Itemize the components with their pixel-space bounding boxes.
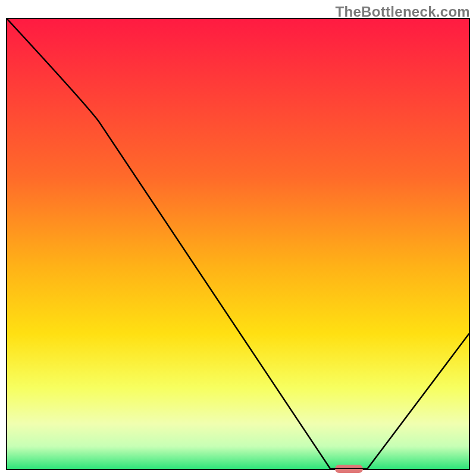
gradient-rect [7,19,469,469]
optimal-marker [335,465,363,473]
chart-background [7,19,469,469]
chart-frame [6,18,470,470]
